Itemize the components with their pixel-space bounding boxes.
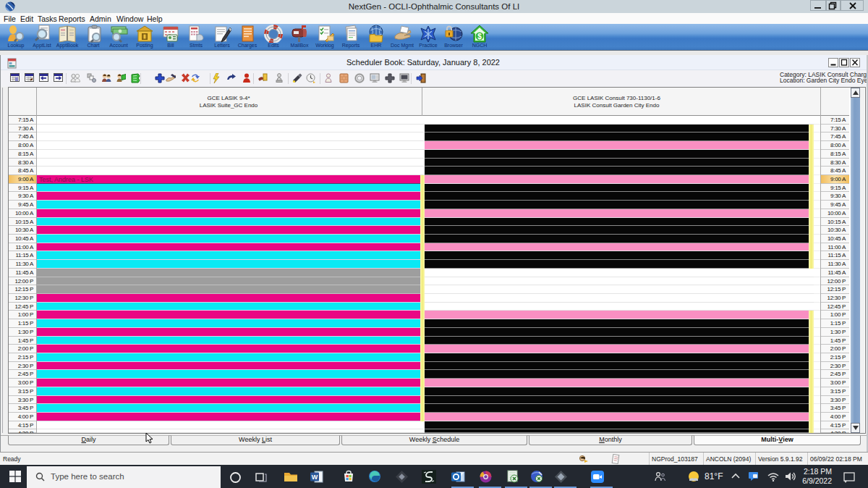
svg-text:$: $ bbox=[477, 33, 482, 41]
svg-text:W: W bbox=[312, 474, 318, 481]
